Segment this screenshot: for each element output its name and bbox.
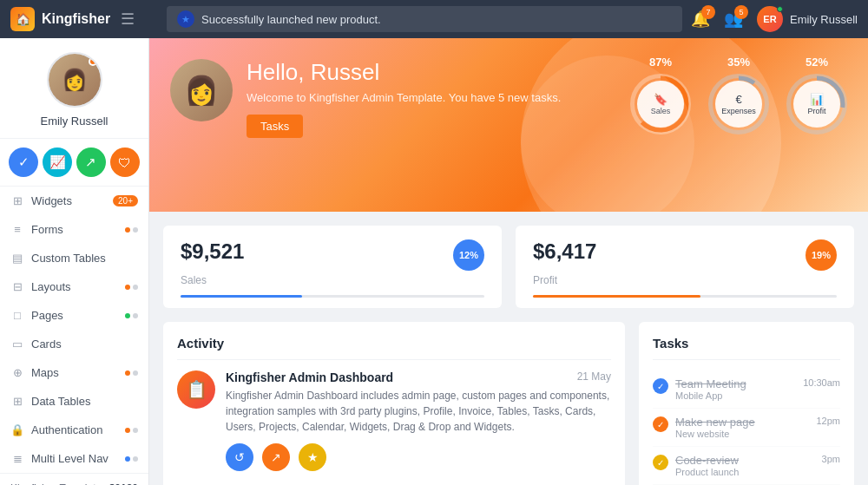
action-refresh-button[interactable]: ↺ [226,443,253,471]
tasks-title: Tasks [653,336,840,360]
sidebar-item-label: Pages [31,309,125,322]
task-check-icon[interactable]: ✓ [653,455,668,470]
notif-star-icon: ★ [177,10,194,28]
bottom-area: Activity 📋 Kingfisher Admin Dashboard 21… [149,308,868,485]
dot-icon [133,313,138,318]
sidebar-item-custom-tables[interactable]: ▤ Custom Tables [0,244,148,272]
task-sub: New website [675,429,809,439]
sales-bar [181,295,484,298]
auth-icon: 🔒 [10,423,24,436]
users-button[interactable]: 👥 5 [724,10,743,29]
stat-card-sales: $9,521 12% Sales [163,226,502,308]
sidebar-profile: 👩 Emily Russell [0,38,148,139]
profile-status-dot [89,57,97,66]
sidebar-nav: ⊞ Widgets 20+ ≡ Forms ▤ Custom Tables ⊟ … [0,187,148,473]
sidebar-item-cards[interactable]: ▭ Cards [0,330,148,358]
sales-progress-svg [630,74,691,134]
activity-header: Kingfisher Admin Dashboard 21 May [226,370,611,384]
hamburger-icon[interactable]: ☰ [121,10,135,29]
bell-button[interactable]: 🔔 7 [691,10,710,29]
activity-title: Activity [177,336,611,360]
sidebar: 👩 Emily Russell ✓ 📈 ↗ 🛡 ⊞ Widgets 20+ ≡ … [0,38,149,485]
sidebar-item-layouts[interactable]: ⊟ Layouts [0,272,148,301]
task-check-icon[interactable]: ✓ [653,416,668,432]
activity-date: 21 May [577,370,611,383]
users-badge: 5 [734,5,748,19]
maps-icon: ⊕ [10,366,24,379]
sidebar-item-label: Authentication [31,423,125,436]
data-tables-icon: ⊞ [10,395,24,408]
action-star-button[interactable]: ★ [299,443,326,471]
dot-icon [125,227,130,233]
action-share-button[interactable]: ↗ [262,443,290,471]
task-check-icon[interactable]: ✓ [653,378,668,394]
sales-circle: 🔖 Sales [630,74,691,134]
stat-expenses: 35% € Expenses [708,56,769,134]
layouts-icon: ⊟ [10,280,24,293]
expenses-circle: € Expenses [708,74,769,134]
cards-icon: ▭ [10,338,24,351]
task-time: 3pm [822,454,840,464]
profile-avatar: 👩 [47,52,102,108]
sidebar-item-label: Layouts [31,280,125,293]
dot-icon [125,370,130,376]
widgets-badge: 20+ [113,195,138,206]
sidebar-item-pages[interactable]: □ Pages [0,301,148,330]
online-indicator [777,6,783,12]
maps-dots [125,370,138,376]
sidebar-item-maps[interactable]: ⊕ Maps [0,358,148,387]
svg-point-0 [635,78,687,130]
logo-icon: 🏠 [10,7,35,31]
activity-desc: Kingfisher Admin Dashboard includes admi… [226,388,611,435]
stats-row: $9,521 12% Sales $6,417 19% Profit [149,212,868,308]
quick-icon-chart[interactable]: 📈 [43,147,72,177]
user-area[interactable]: ER Emily Russell [757,6,858,32]
activity-actions: ↺ ↗ ★ [226,443,611,471]
dot-icon [125,313,130,318]
profile-name: Emily Russell [40,115,108,128]
sidebar-item-label: Custom Tables [31,252,138,265]
sales-circle-inner: 🔖 Sales [637,81,684,128]
sales-icon: 🔖 [654,93,667,106]
sidebar-item-label: Forms [31,223,125,236]
hero-profile-image: 👩 [170,59,233,121]
forms-icon: ≡ [10,223,24,236]
sales-label: Sales [651,107,671,115]
profit-label: Profit [533,274,837,286]
sidebar-item-widgets[interactable]: ⊞ Widgets 20+ [0,187,148,215]
activity-content: Kingfisher Admin Dashboard 21 May Kingfi… [226,370,611,471]
main-layout: 👩 Emily Russell ✓ 📈 ↗ 🛡 ⊞ Widgets 20+ ≡ … [0,38,868,485]
quick-icon-check[interactable]: ✓ [9,147,38,177]
stat-card-header: $9,521 12% [181,239,484,271]
layouts-dots [125,285,138,290]
profit-label: Profit [807,107,825,115]
expenses-icon: € [735,93,741,106]
hero-banner: 👩 Hello, Russel Welcome to Kingfisher Ad… [149,38,868,212]
quick-icon-shield[interactable]: 🛡 [110,147,140,177]
sidebar-item-label: Maps [31,366,125,379]
task-content: Make new page New website [675,416,809,439]
logo-text: Kingfisher [42,11,110,27]
dot-icon [133,456,138,462]
notification-text: Successfully launched new product. [201,13,381,26]
profit-amount: $6,417 [533,239,596,264]
dot-icon [133,370,138,376]
quick-icon-trend[interactable]: ↗ [76,147,106,177]
task-item: ✓ Make new page New website 12pm [653,409,840,447]
sidebar-item-data-tables[interactable]: ⊞ Data Tables [0,387,148,416]
widgets-icon: ⊞ [10,194,24,207]
auth-dots [125,428,138,433]
profit-circle: 📊 Profit [786,74,847,134]
hero-stats: 87% 🔖 Sales 35% [630,56,847,134]
profit-icon: 📊 [810,93,824,106]
sidebar-item-multilevel-nav[interactable]: ≣ Multi Level Nav [0,444,148,473]
avatar: ER [757,6,783,32]
sidebar-item-authentication[interactable]: 🔒 Authentication [0,416,148,444]
activity-item: 📋 Kingfisher Admin Dashboard 21 May King… [177,370,611,471]
task-item: ✓ Team Meeting Mobile App 10:30am [653,370,840,409]
tasks-button[interactable]: Tasks [247,115,303,138]
forms-dots [125,227,138,233]
content-area: 👩 Hello, Russel Welcome to Kingfisher Ad… [149,38,868,485]
bell-badge: 7 [701,5,715,19]
sidebar-item-forms[interactable]: ≡ Forms [0,215,148,244]
